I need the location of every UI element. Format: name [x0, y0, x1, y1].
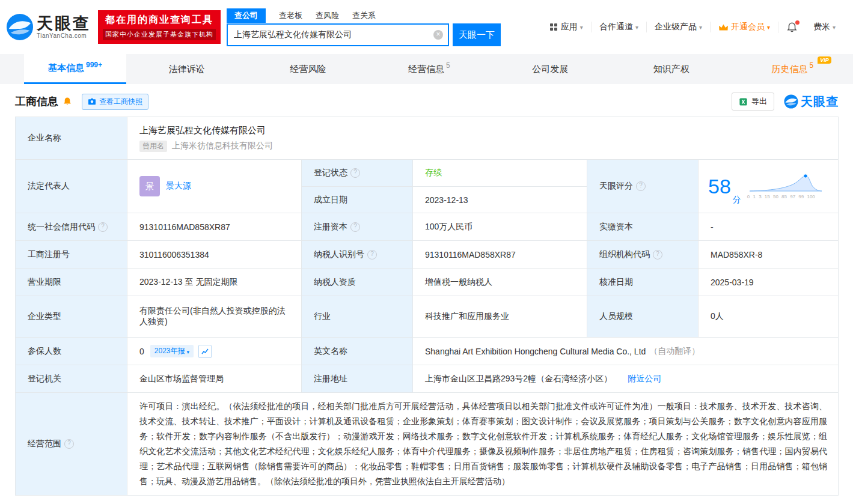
search-tab-risk[interactable]: 查风险	[316, 10, 339, 21]
search-tab-boss[interactable]: 查老板	[279, 10, 302, 21]
reg-status-cell: 存续	[412, 160, 587, 186]
nav-open-vip[interactable]: 开通会员	[710, 22, 778, 32]
reg-capital: 100万人民币	[425, 222, 472, 232]
label-taxpayer-quality: 纳税人资质	[301, 269, 412, 296]
search-box	[227, 23, 449, 46]
english-name-cell: Shanghai Art Exhibition Hongcheng Cultur…	[412, 338, 838, 365]
registry: 金山区市场监督管理局	[139, 374, 224, 384]
former-name-tag: 曾用名	[139, 141, 167, 152]
former-name: 上海米彷信息科技有限公司	[172, 141, 273, 151]
watermark-logo: 天眼查	[784, 94, 839, 110]
search-input[interactable]	[227, 23, 449, 46]
legal-rep-avatar[interactable]: 景	[139, 176, 160, 196]
top-nav: 应用 合作通道 企业级产品 开通会员 费米	[542, 22, 843, 33]
nav-apps[interactable]: 应用	[542, 22, 591, 32]
tab-business-info[interactable]: 经营信息 5	[368, 54, 490, 84]
establish-date: 2023-12-13	[425, 195, 468, 205]
page-tabs: 基本信息 999+ 法律诉讼 经营风险 经营信息 5 公司发展 知识产权 历史信…	[0, 54, 853, 84]
taxpayer-id-cell: 91310116MAD858XR87	[412, 241, 587, 268]
table-row: 工商注册号 310116006351384 纳税人识别号 91310116MAD…	[16, 240, 838, 268]
search-tab-relation[interactable]: 查关系	[352, 10, 376, 21]
score-unit: 分	[733, 195, 741, 205]
company-type-label: 企业类型	[28, 311, 61, 322]
registry-cell: 金山区市场监督管理局	[127, 365, 301, 392]
user-menu[interactable]: 费米	[806, 22, 843, 32]
tab-legal-proceedings[interactable]: 法律诉讼	[126, 54, 248, 84]
export-button[interactable]: 导出	[732, 93, 774, 111]
label-establish-date: 成立日期	[301, 186, 412, 213]
staff-size: 0人	[711, 311, 724, 322]
notifications-button[interactable]	[778, 22, 806, 33]
paid-capital-label: 实缴资本	[599, 222, 633, 232]
subscribe-bell-icon[interactable]	[58, 97, 72, 106]
scope-label: 经营范围	[28, 439, 61, 449]
tab-business-risk[interactable]: 经营风险	[248, 54, 369, 84]
tab-risk-label: 经营风险	[290, 64, 326, 75]
export-label: 导出	[751, 96, 767, 107]
section-title: 工商信息	[15, 94, 58, 109]
former-name-row: 曾用名 上海米彷信息科技有限公司	[139, 141, 273, 152]
help-icon[interactable]	[350, 168, 360, 178]
search-button[interactable]: 天眼一下	[453, 23, 501, 46]
tianyan-score-cell[interactable]: 58 分 0 1 3 15 50 85 97 99 100	[698, 160, 838, 213]
label-business-scope: 经营范围	[16, 393, 127, 495]
tab-history-info[interactable]: 历史信息 5 VIP	[732, 54, 853, 84]
table-row: 法定代表人 景 景大源 登记状态 存续 天眼评分 58 分 0 1 3 15 5…	[16, 159, 838, 213]
table-row: 营业期限 2023-12-13 至 无固定期限 纳税人资质 增值税一般纳税人 核…	[16, 268, 838, 296]
clear-search-icon[interactable]	[433, 30, 443, 40]
label-reg-status: 登记状态	[301, 160, 412, 186]
taxpayer-id-label: 纳税人识别号	[314, 249, 364, 260]
nearby-companies-link[interactable]: 附近公司	[628, 374, 661, 384]
business-scope-text: 许可项目：演出经纪。（依法须经批准的项目，经相关部门批准后方可开展经营活动，具体…	[127, 393, 838, 495]
table-row: 企业名称 上海艺展弘程文化传媒有限公司 曾用名 上海米彷信息科技有限公司	[16, 117, 838, 159]
tab-intellectual-property[interactable]: 知识产权	[611, 54, 732, 84]
help-icon[interactable]	[64, 439, 74, 449]
view-snapshot-label: 查看工商快照	[99, 97, 142, 107]
help-icon[interactable]	[98, 222, 108, 232]
vip-badge: VIP	[818, 56, 831, 64]
insured-cell: 0 2023年报	[127, 338, 301, 365]
label-legal-rep: 法定代表人	[16, 160, 127, 213]
watermark-brand-name: 天眼查	[801, 94, 839, 110]
excel-icon	[739, 97, 748, 106]
nav-enterprise-products[interactable]: 企业级产品	[646, 22, 710, 32]
nav-enterprise-label: 企业级产品	[655, 22, 702, 32]
insured-trend-icon[interactable]	[198, 345, 212, 358]
brand-domain: TianYanCha.com	[37, 32, 91, 39]
tab-basic-info[interactable]: 基本信息 999+	[24, 54, 126, 84]
annual-report-badge[interactable]: 2023年报	[150, 345, 194, 357]
tab-company-development[interactable]: 公司发展	[490, 54, 611, 84]
watermark-wave-icon	[784, 94, 798, 109]
promo-banner: 都在用的商业查询工具 国家中小企业发展子基金旗下机构	[98, 10, 221, 44]
credit-code: 91310116MAD858XR87	[139, 222, 230, 232]
establish-date-cell: 2023-12-13	[412, 186, 587, 213]
label-taxpayer-id: 纳税人识别号	[301, 241, 412, 268]
business-info-table: 企业名称 上海艺展弘程文化传媒有限公司 曾用名 上海米彷信息科技有限公司 法定代…	[15, 117, 839, 496]
label-credit-code: 统一社会信用代码	[16, 213, 127, 240]
address-label: 注册地址	[314, 374, 347, 384]
score-value: 58	[708, 176, 731, 196]
tab-history-label: 历史信息	[771, 64, 807, 75]
english-name-label: 英文名称	[314, 346, 347, 357]
help-icon[interactable]	[350, 222, 360, 232]
legal-rep-label: 法定代表人	[28, 181, 70, 192]
reg-number: 310116006351384	[139, 250, 209, 260]
taxpayer-quality-cell: 增值税一般纳税人	[412, 269, 587, 296]
industry-cell: 科技推广和应用服务业	[412, 296, 587, 337]
label-tianyan-score: 天眼评分	[587, 160, 698, 213]
help-icon[interactable]	[367, 250, 377, 260]
tianyancha-wave-icon	[6, 13, 34, 41]
view-snapshot-button[interactable]: 查看工商快照	[82, 94, 148, 110]
nav-partners[interactable]: 合作通道	[591, 22, 646, 32]
reg-status-label: 登记状态	[314, 168, 347, 178]
label-address: 注册地址	[301, 365, 412, 392]
tab-business-info-count: 5	[446, 61, 450, 70]
legal-rep-link[interactable]: 景大源	[166, 181, 191, 192]
brand-logo[interactable]: 天眼查 TianYanCha.com	[6, 13, 91, 41]
table-row: 参保人数 0 2023年报 英文名称 Shanghai Art Exhibiti…	[16, 337, 838, 365]
company-name: 上海艺展弘程文化传媒有限公司	[139, 125, 266, 136]
label-approval-date: 核准日期	[587, 269, 698, 296]
help-icon[interactable]	[636, 181, 646, 191]
help-icon[interactable]	[653, 250, 662, 260]
search-tab-company[interactable]: 查公司	[227, 8, 266, 23]
